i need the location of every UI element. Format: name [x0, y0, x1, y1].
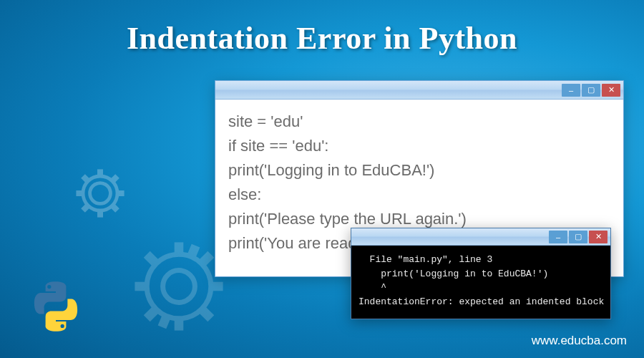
console-titlebar: – ▢ ✕ — [351, 228, 610, 246]
code-line: site = 'edu' — [228, 110, 610, 134]
code-line: print('Logging in to EduCBA!') — [228, 158, 610, 183]
code-line: else: — [228, 183, 610, 207]
close-button[interactable]: ✕ — [602, 84, 620, 97]
svg-line-20 — [191, 246, 195, 257]
svg-point-0 — [90, 183, 111, 204]
close-button[interactable]: ✕ — [589, 231, 608, 243]
console-line: print('Logging in to EduCBA!') — [358, 267, 603, 281]
svg-line-21 — [162, 316, 166, 327]
code-line: if site == 'edu': — [228, 134, 610, 158]
svg-line-6 — [83, 176, 87, 180]
svg-point-10 — [163, 271, 195, 303]
minimize-button[interactable]: – — [549, 231, 567, 243]
python-logo-icon — [30, 281, 82, 332]
maximize-button[interactable]: ▢ — [569, 231, 587, 243]
gear-icon — [129, 236, 229, 337]
gear-icon — [72, 165, 129, 222]
svg-point-11 — [147, 254, 211, 319]
watermark: www.educba.com — [532, 334, 627, 348]
console-line: IndentationError: expected an indented b… — [358, 295, 603, 309]
svg-line-16 — [147, 254, 156, 263]
editor-titlebar: – ▢ ✕ — [215, 81, 623, 100]
svg-line-19 — [147, 309, 156, 319]
svg-line-9 — [83, 206, 87, 211]
svg-line-7 — [113, 206, 117, 211]
console-line: File "main.py", line 3 — [358, 253, 603, 267]
console-content: File "main.py", line 3 print('Logging in… — [351, 246, 610, 319]
maximize-button[interactable]: ▢ — [582, 84, 600, 97]
console-line: ^ — [358, 281, 603, 295]
minimize-button[interactable]: – — [562, 84, 580, 97]
svg-line-18 — [202, 254, 211, 263]
svg-line-8 — [113, 176, 117, 180]
svg-line-17 — [202, 309, 211, 319]
console-window: – ▢ ✕ File "main.py", line 3 print('Logg… — [351, 228, 611, 319]
page-title: Indentation Error in Python — [0, 0, 644, 57]
